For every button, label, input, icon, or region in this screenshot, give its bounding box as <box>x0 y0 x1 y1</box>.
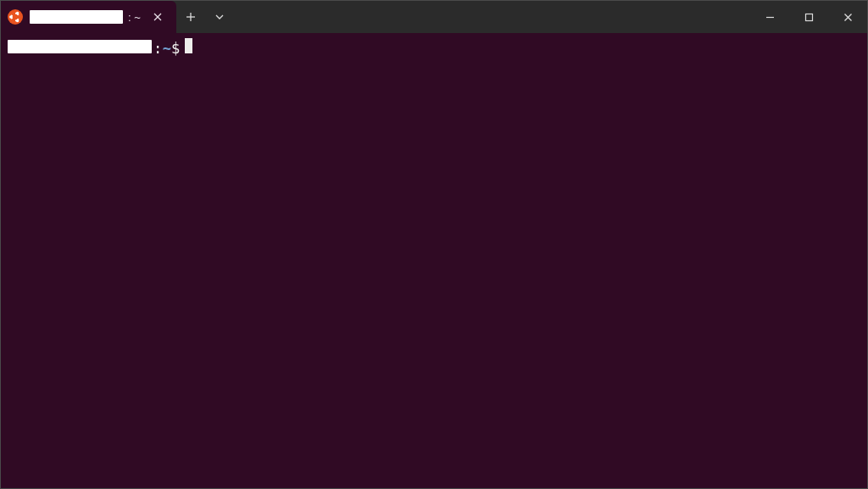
titlebar-drag-area[interactable] <box>234 1 750 33</box>
chevron-down-icon <box>215 14 224 19</box>
prompt-separator: : <box>153 40 163 58</box>
close-window-button[interactable] <box>828 1 867 33</box>
prompt-cwd: ~ <box>163 40 171 58</box>
user-host-redacted <box>8 40 152 53</box>
svg-rect-9 <box>805 14 812 20</box>
tab-close-button[interactable] <box>147 7 168 27</box>
active-tab[interactable]: : ~ <box>1 1 176 33</box>
terminal-window: : ~ <box>0 0 868 489</box>
minimize-icon <box>765 13 775 22</box>
tab-title-redacted <box>30 10 123 24</box>
maximize-button[interactable] <box>789 1 828 33</box>
new-tab-button[interactable] <box>176 1 205 33</box>
maximize-icon <box>804 13 814 22</box>
terminal-body[interactable]: : ~ $ <box>1 33 867 488</box>
prompt-symbol: $ <box>171 40 180 58</box>
tab-suffix: : ~ <box>128 11 141 24</box>
minimize-button[interactable] <box>750 1 789 33</box>
window-controls <box>750 1 867 33</box>
prompt-line: : ~ $ <box>8 38 860 58</box>
tab-dropdown-button[interactable] <box>205 1 234 33</box>
ubuntu-icon <box>8 9 23 25</box>
close-icon <box>153 13 162 21</box>
text-cursor <box>185 38 192 53</box>
plus-icon <box>186 12 196 22</box>
titlebar[interactable]: : ~ <box>1 1 867 33</box>
close-icon <box>843 13 853 22</box>
